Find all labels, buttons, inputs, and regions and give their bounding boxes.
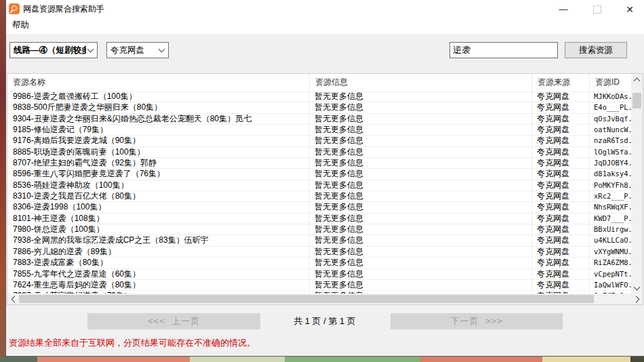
cell-resource-id: BBxUirgw.. (590, 224, 631, 235)
menu-item-help[interactable]: 帮助 (7, 18, 34, 33)
horizontal-scrollbar[interactable] (7, 294, 643, 304)
cell-resource-info: 暂无更多信息 (310, 258, 532, 268)
table-row[interactable]: 9304-丑妻逆袭之华丽归来&闪婚热恋总裁老公宠翻天（80集）觅七 暂无更多信息… (7, 114, 631, 125)
cell-resource-info: 暂无更多信息 (310, 235, 532, 245)
cell-resource-id: RiZA6ZM8.. (590, 258, 631, 268)
cell-resource-info: 暂无更多信息 (310, 125, 532, 135)
cell-resource-id: MJKKoDAs.. (590, 92, 631, 102)
cell-resource-source: 夸克网盘 (532, 169, 590, 179)
horizontal-scrollbar-thumb[interactable] (19, 295, 594, 303)
cell-resource-source: 夸克网盘 (532, 147, 590, 157)
cell-resource-id: JqDJOBY4.. (590, 158, 631, 168)
cell-resource-name: 9304-丑妻逆袭之华丽归来&闪婚热恋总裁老公宠翻天（80集）觅七 (7, 114, 310, 124)
table-row[interactable]: 9838-500斤肥妻逆袭之华丽归来（80集） 暂无更多信息 夸克网盘 E4o_… (7, 102, 631, 113)
cell-resource-source: 夸克网盘 (532, 102, 590, 113)
cell-resource-name: 7883-逆袭成富豪（80集） (7, 258, 310, 268)
cell-resource-info: 暂无更多信息 (310, 92, 532, 102)
cell-resource-id: xRc2___P.. (590, 191, 631, 201)
cell-resource-name: 9185-修仙逆袭记（79集） (7, 125, 310, 135)
cell-resource-id: vCpepNTt.. (590, 269, 631, 279)
column-header-source[interactable]: 资源来源 (532, 74, 590, 92)
search-button-label: 搜索资源 (579, 45, 613, 56)
window-title: 网盘资源聚合搜索助手 (23, 0, 104, 18)
cell-resource-info: 暂无更多信息 (310, 114, 532, 124)
cell-resource-name: 8310-逆袭之我是百亿大佬（80集） (7, 191, 310, 201)
cell-resource-source: 夸克网盘 (532, 235, 590, 245)
chevron-down-icon (87, 46, 94, 53)
prev-page-button[interactable]: <<< 上一页 (87, 313, 260, 329)
cell-resource-source: 夸克网盘 (532, 280, 590, 290)
scroll-up-button[interactable] (631, 74, 643, 85)
table-row[interactable]: 7980-饼总逆袭（100集） 暂无更多信息 夸克网盘 BBxUirgw.. (7, 224, 631, 235)
table-row[interactable]: 8885-职场逆袭的落魄前妻（100集） 暂无更多信息 夸克网盘 lOglWSf… (7, 147, 631, 158)
status-notice: 资源结果全部来自于互联网，分页结果可能存在不准确的情况。 (9, 337, 256, 349)
search-input[interactable] (449, 42, 558, 58)
cell-resource-id: oatNuncW.. (590, 125, 631, 135)
cell-resource-id: E4o___PL.. (590, 102, 631, 113)
cell-resource-name: 9986-逆袭之最强搬砖工（100集） (7, 92, 310, 102)
pan-select-value: 夸克网盘 (107, 45, 157, 56)
pan-select-dropdown[interactable]: 夸克网盘 (106, 42, 169, 58)
cell-resource-source: 夸克网盘 (532, 136, 590, 146)
scroll-right-button[interactable] (631, 294, 643, 304)
minimize-button[interactable]: — (548, 0, 578, 18)
column-header-id[interactable]: 资源ID (590, 74, 631, 92)
cell-resource-info: 暂无更多信息 (310, 214, 532, 224)
table-row[interactable]: 7886-穷儿媳的逆袭（89集） 暂无更多信息 夸克网盘 vXYgWNMU.. (7, 247, 631, 258)
table-row[interactable]: 7855-九零年代之逆袭星途（60集） 暂无更多信息 夸克网盘 vCpepNTt… (7, 269, 631, 280)
results-table: 资源名称 资源信息 资源来源 资源ID 9986-逆袭之最强搬砖工（100集） … (7, 73, 643, 305)
cell-resource-name: 8596-重生八零闪婚肥妻竟逆袭了（76集） (7, 169, 310, 179)
table-row[interactable]: 8536-萌娃逆袭神助攻（100集） 暂无更多信息 夸克网盘 PoMKYFh8.… (7, 180, 631, 191)
cell-resource-name: 8536-萌娃逆袭神助攻（100集） (7, 180, 310, 190)
cell-resource-id: nzaR6Tsd.. (590, 136, 631, 146)
chevron-left-icon (11, 296, 18, 302)
cell-resource-info: 暂无更多信息 (310, 158, 532, 168)
cell-resource-source: 夸克网盘 (532, 114, 590, 124)
table-row[interactable]: 8310-逆袭之我是百亿大佬（80集） 暂无更多信息 夸克网盘 xRc2___P… (7, 191, 631, 202)
search-button[interactable]: 搜索资源 (565, 42, 627, 58)
table-row[interactable]: 7883-逆袭成富豪（80集） 暂无更多信息 夸克网盘 RiZA6ZM8.. (7, 258, 631, 268)
chevron-down-icon (634, 283, 641, 290)
cell-resource-info: 暂无更多信息 (310, 247, 532, 257)
table-row[interactable]: 8707-绝望主妇的霸气逆袭（92集）郭静 暂无更多信息 夸克网盘 JqDJOB… (7, 158, 631, 169)
cell-resource-source: 夸克网盘 (532, 180, 590, 190)
menu-bar: 帮助 (6, 18, 644, 34)
vertical-scrollbar[interactable] (631, 74, 643, 294)
close-button[interactable]: ✕ (615, 0, 644, 18)
cell-resource-info: 暂无更多信息 (310, 191, 532, 201)
column-header-name[interactable]: 资源名称 (7, 74, 310, 92)
cell-resource-source: 夸克网盘 (532, 202, 590, 212)
title-bar[interactable]: 网盘资源聚合搜索助手 — ✕ (6, 0, 644, 18)
table-row[interactable]: 8596-重生八零闪婚肥妻竟逆袭了（76集） 暂无更多信息 夸克网盘 d81ak… (7, 169, 631, 180)
cell-resource-id: NhsRWqXF.. (590, 202, 631, 212)
cell-resource-name: 8101-神王逆袭（108集） (7, 214, 310, 224)
vertical-scrollbar-thumb[interactable] (632, 93, 641, 108)
table-row[interactable]: 9185-修仙逆袭记（79集） 暂无更多信息 夸克网盘 oatNuncW.. (7, 125, 631, 136)
line-select-dropdown[interactable]: 线路—④（短剧较多 (9, 42, 98, 58)
cell-resource-info: 暂无更多信息 (310, 169, 532, 179)
cell-resource-name: 8707-绝望主妇的霸气逆袭（92集）郭静 (7, 158, 310, 168)
table-row[interactable]: 8101-神王逆袭（108集） 暂无更多信息 夸克网盘 KWD7___P.. (7, 214, 631, 224)
cell-resource-source: 夸克网盘 (532, 191, 590, 201)
cell-resource-name: 7938-全网黑的我靠综艺逆袭成CP之王（83集）伍昕宇 (7, 235, 310, 245)
table-row[interactable]: 8306-逆袭1998（100集） 暂无更多信息 夸克网盘 NhsRWqXF.. (7, 202, 631, 213)
cell-resource-source: 夸克网盘 (532, 258, 590, 268)
scroll-down-button[interactable] (631, 282, 643, 294)
screen: 网盘资源聚合搜索助手 — ✕ 帮助 线路—④（短剧较多 夸克网盘 搜索资源 (0, 0, 644, 362)
page-info: 共 1 页 / 第 1 页 (274, 313, 376, 329)
table-row[interactable]: 7938-全网黑的我靠综艺逆袭成CP之王（83集）伍昕宇 暂无更多信息 夸克网盘… (7, 235, 631, 246)
table-row[interactable]: 9176-离婚后我要逆袭龙城（90集） 暂无更多信息 夸克网盘 nzaR6Tsd… (7, 136, 631, 146)
scroll-left-button[interactable] (7, 294, 19, 304)
next-page-button[interactable]: 下一页 >>> (390, 313, 563, 329)
table-row[interactable]: 9986-逆袭之最强搬砖工（100集） 暂无更多信息 夸克网盘 MJKKoDAs… (7, 92, 631, 102)
table-row[interactable]: 7624-重生恶毒后妈的逆袭（80集） 暂无更多信息 夸克网盘 IaQwlWFO… (7, 280, 631, 291)
cell-resource-name: 7624-重生恶毒后妈的逆袭（80集） (7, 280, 310, 290)
desktop-wallpaper-bottom (0, 357, 644, 362)
cell-resource-info: 暂无更多信息 (310, 136, 532, 146)
column-header-info[interactable]: 资源信息 (310, 74, 532, 92)
maximize-button[interactable] (582, 0, 612, 18)
prev-page-label: <<< 上一页 (148, 315, 200, 327)
maximize-icon (593, 5, 601, 14)
cell-resource-name: 9838-500斤肥妻逆袭之华丽归来（80集） (7, 102, 310, 113)
cell-resource-source: 夸克网盘 (532, 92, 590, 102)
